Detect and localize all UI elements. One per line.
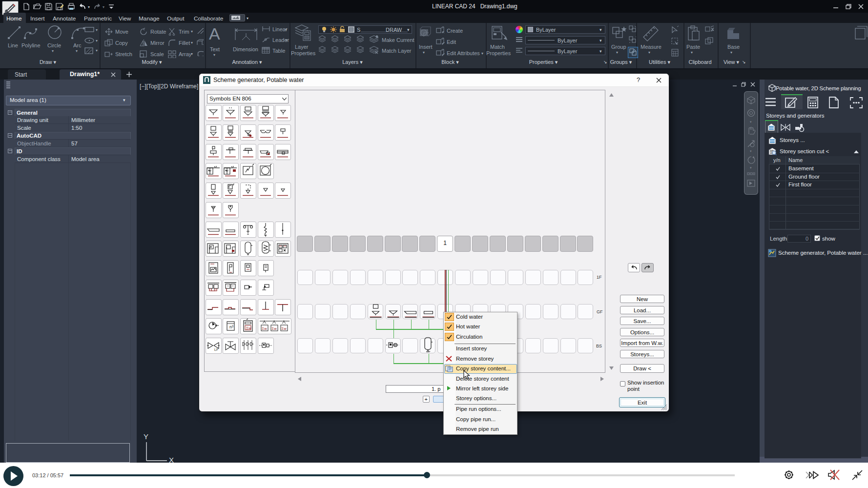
svg-text:Σw: Σw [246, 326, 251, 330]
svg-text:LF: LF [214, 348, 218, 351]
svg-text:Σw: Σw [271, 326, 277, 331]
svg-text:n³: n³ [229, 325, 233, 329]
svg-text:Σw: Σw [262, 326, 267, 331]
svg-text:Σw: Σw [281, 326, 287, 331]
svg-text:X: X [169, 456, 174, 463]
svg-text:Y: Y [144, 432, 148, 441]
